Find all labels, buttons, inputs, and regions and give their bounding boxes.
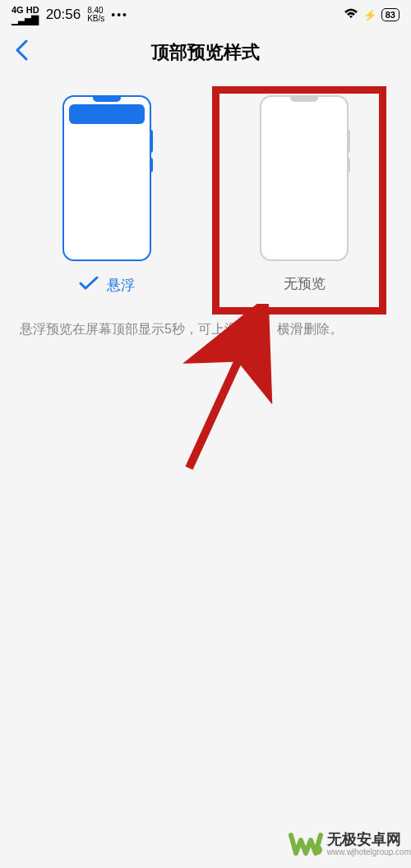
phone-button-icon — [347, 130, 350, 153]
status-bar: 4G HD ▁▃▅▇ 20:56 8.40 KB/s ••• ⚡ 83 — [0, 0, 411, 30]
signal-indicator: 4G HD ▁▃▅▇ — [12, 6, 39, 25]
check-icon — [79, 274, 99, 296]
navigation-bar: 顶部预览样式 — [0, 30, 411, 76]
phone-button-icon — [150, 158, 153, 172]
phone-notch-icon — [93, 97, 121, 102]
notification-banner-icon — [69, 104, 145, 124]
option-floating[interactable]: 悬浮 — [62, 95, 151, 296]
no-preview-graphic — [260, 95, 349, 261]
description-text: 悬浮预览在屏幕顶部显示5秒，可上滑收起、横滑删除。 — [0, 304, 411, 355]
signal-bars-icon: ▁▃▅▇ — [12, 15, 38, 25]
battery-indicator: 83 — [381, 8, 399, 21]
charging-icon: ⚡ — [363, 9, 376, 21]
wifi-icon — [344, 8, 358, 22]
watermark-text: 无极安卓网 www.wjhotelgroup.com — [327, 832, 411, 857]
clock: 20:56 — [46, 7, 81, 23]
status-right: ⚡ 83 — [344, 8, 399, 22]
page-title: 顶部预览样式 — [151, 40, 260, 65]
option-label-floating: 悬浮 — [79, 274, 135, 296]
option-label-none: 无预览 — [284, 274, 326, 293]
phone-button-icon — [150, 130, 153, 153]
watermark: 无极安卓网 www.wjhotelgroup.com — [286, 825, 411, 868]
floating-preview-graphic — [62, 95, 151, 261]
phone-notch-icon — [290, 97, 318, 102]
watermark-url: www.wjhotelgroup.com — [327, 847, 411, 857]
option-no-preview[interactable]: 无预览 — [260, 95, 349, 296]
watermark-name: 无极安卓网 — [327, 832, 411, 848]
watermark-logo-icon — [286, 825, 324, 863]
network-speed: 8.40 KB/s — [87, 7, 104, 23]
phone-button-icon — [347, 158, 350, 172]
more-indicator-icon: ••• — [111, 8, 128, 21]
preview-options: 悬浮 无预览 — [0, 76, 411, 304]
back-button[interactable] — [15, 39, 28, 67]
svg-point-1 — [312, 845, 322, 855]
status-left: 4G HD ▁▃▅▇ 20:56 8.40 KB/s ••• — [12, 6, 128, 25]
